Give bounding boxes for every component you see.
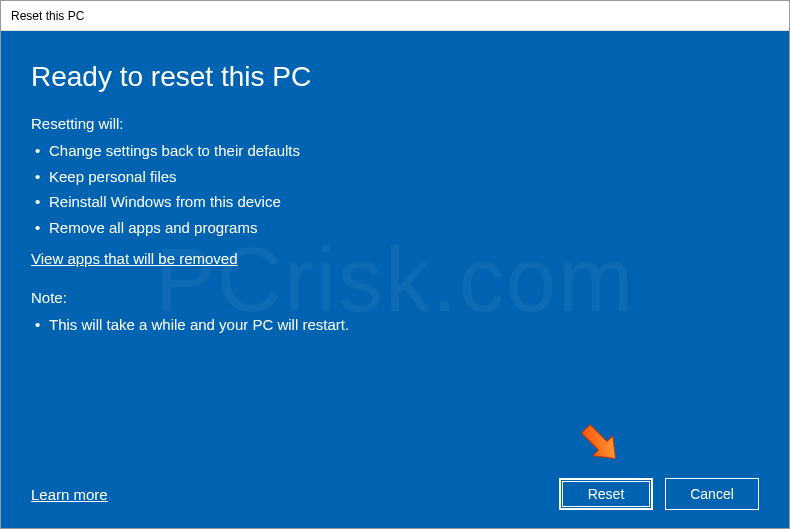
note-section: Note: This will take a while and your PC…	[31, 289, 759, 348]
reset-button[interactable]: Reset	[559, 478, 653, 510]
view-apps-link[interactable]: View apps that will be removed	[31, 250, 759, 267]
intro-text: Resetting will:	[31, 115, 759, 132]
list-item: This will take a while and your PC will …	[31, 312, 759, 338]
learn-more-link[interactable]: Learn more	[31, 486, 108, 503]
note-list: This will take a while and your PC will …	[31, 312, 759, 338]
title-bar: Reset this PC	[1, 1, 789, 31]
button-row: Reset Cancel	[559, 478, 759, 510]
list-item: Keep personal files	[31, 164, 759, 190]
reset-pc-window: Reset this PC PCrisk.com Ready to reset …	[0, 0, 790, 529]
dialog-body: PCrisk.com Ready to reset this PC Resett…	[1, 31, 789, 528]
dialog-heading: Ready to reset this PC	[31, 61, 759, 93]
dialog-footer: Learn more Reset Cancel	[31, 478, 759, 510]
list-item: Change settings back to their defaults	[31, 138, 759, 164]
window-title: Reset this PC	[11, 9, 84, 23]
cancel-button[interactable]: Cancel	[665, 478, 759, 510]
reset-actions-list: Change settings back to their defaults K…	[31, 138, 759, 240]
list-item: Remove all apps and programs	[31, 215, 759, 241]
note-label: Note:	[31, 289, 759, 306]
arrow-annotation-icon	[576, 419, 624, 467]
list-item: Reinstall Windows from this device	[31, 189, 759, 215]
